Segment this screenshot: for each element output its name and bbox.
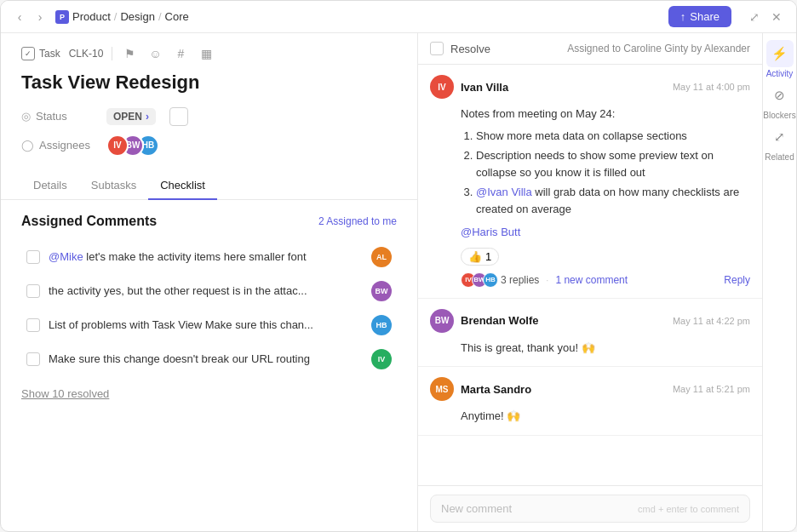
related-sidebar-icon[interactable]: ⤢ bbox=[766, 123, 794, 151]
right-sidebar: ⚡ Activity ⊘ Blockers ⤢ Related bbox=[762, 33, 796, 531]
reply-avatars: IV BW HB bbox=[461, 272, 494, 288]
comment-time: May 11 at 4:00 pm bbox=[673, 82, 750, 92]
comment-text: Anytime! 🙌 bbox=[461, 409, 520, 422]
image-icon[interactable]: ▦ bbox=[198, 45, 215, 62]
resolve-checkbox[interactable] bbox=[430, 42, 444, 55]
comment-body: This is great, thank you! 🙌 bbox=[461, 340, 750, 357]
comment-list: Show more meta data on collapse sections… bbox=[461, 128, 750, 218]
comment-header: IV Ivan Villa May 11 at 4:00 pm bbox=[430, 75, 750, 99]
resolve-label: Resolve bbox=[450, 43, 490, 55]
checklist-items: @Mike let's make the activity items here… bbox=[21, 241, 397, 375]
comment-placeholder: New comment bbox=[441, 502, 512, 515]
haris-mention: @Haris Butt bbox=[461, 226, 520, 238]
task-type-badge: ✓ Task bbox=[21, 47, 60, 60]
sidebar-related-group: ⤢ Related bbox=[765, 123, 794, 162]
nav-controls: ‹ › bbox=[11, 9, 49, 26]
task-header: ✓ Task CLK-10 ⚑ ☺ # ▦ Task View Redesign… bbox=[1, 33, 417, 165]
ivan-mention: @Ivan Villa bbox=[476, 186, 532, 198]
toolbar-separator bbox=[112, 47, 112, 60]
checklist-checkbox[interactable] bbox=[26, 318, 40, 332]
task-type-icon: ✓ bbox=[21, 47, 35, 60]
checklist-item[interactable]: List of problems with Task View Make sur… bbox=[21, 309, 397, 341]
list-item-3: @Ivan Villa will grab data on how many c… bbox=[476, 184, 750, 217]
back-button[interactable]: ‹ bbox=[11, 9, 28, 26]
comment-intro: Notes from meeting on May 24: bbox=[461, 106, 750, 123]
reaction-count: 1 bbox=[485, 250, 491, 263]
assigned-badge[interactable]: 2 Assigned to me bbox=[318, 215, 397, 227]
tab-checklist[interactable]: Checklist bbox=[148, 172, 217, 200]
flag-icon[interactable]: ⚑ bbox=[121, 45, 138, 62]
assignee-avatar-1: IV bbox=[106, 134, 129, 157]
breadcrumb-sep-2: / bbox=[158, 10, 162, 23]
window-controls: ⤢ ✕ bbox=[745, 8, 786, 26]
checklist-item[interactable]: @Mike let's make the activity items here… bbox=[21, 241, 397, 273]
resolve-assigned-text: Assigned to Caroline Ginty by Alexander bbox=[567, 43, 750, 54]
task-toolbar: ✓ Task CLK-10 ⚑ ☺ # ▦ bbox=[21, 45, 397, 62]
activity-sidebar-label: Activity bbox=[766, 69, 794, 78]
tab-subtasks[interactable]: Subtasks bbox=[79, 172, 148, 200]
checklist-item-text: List of problems with Task View Make sur… bbox=[49, 318, 363, 331]
commenter-avatar: IV bbox=[430, 75, 454, 99]
breadcrumb-product[interactable]: Product bbox=[72, 10, 111, 23]
assignees-icon: ◯ bbox=[21, 139, 34, 152]
share-button[interactable]: ↑ Share bbox=[668, 6, 731, 27]
comment-ivan: IV Ivan Villa May 11 at 4:00 pm Notes fr… bbox=[418, 65, 762, 299]
comment-author: Ivan Villa bbox=[461, 81, 508, 94]
left-panel: ✓ Task CLK-10 ⚑ ☺ # ▦ Task View Redesign… bbox=[1, 33, 418, 531]
checklist-checkbox[interactable] bbox=[26, 250, 40, 264]
close-button[interactable]: ✕ bbox=[767, 8, 786, 26]
breadcrumb: P Product / Design / Core bbox=[55, 10, 189, 24]
checklist-checkbox[interactable] bbox=[26, 284, 40, 298]
mention-1: @Mike bbox=[49, 250, 83, 263]
item-assignee-avatar: BW bbox=[371, 281, 392, 301]
task-tabs: Details Subtasks Checklist bbox=[1, 172, 417, 200]
checklist-item[interactable]: the activity yes, but the other request … bbox=[21, 275, 397, 307]
assignees-label: ◯ Assignees bbox=[21, 139, 98, 152]
status-icon: ◎ bbox=[21, 110, 31, 123]
list-item-2: Description needs to show some preview t… bbox=[476, 147, 750, 180]
titlebar: ‹ › P Product / Design / Core ↑ Share ⤢ … bbox=[1, 1, 796, 33]
commenter-avatar: MS bbox=[430, 377, 454, 401]
comment-brendan: BW Brendan Wolfe May 11 at 4:22 pm This … bbox=[418, 299, 762, 368]
breadcrumb-design[interactable]: Design bbox=[120, 10, 154, 23]
commenter-avatar: BW bbox=[430, 309, 454, 333]
activity-area: Resolve Assigned to Caroline Ginty by Al… bbox=[418, 33, 762, 485]
breadcrumb-core[interactable]: Core bbox=[165, 10, 189, 23]
forward-button[interactable]: › bbox=[32, 9, 49, 26]
status-label: ◎ Status bbox=[21, 110, 98, 123]
reply-avatar-3: HB bbox=[483, 272, 498, 288]
show-resolved-link[interactable]: Show 10 resolved bbox=[21, 387, 397, 400]
comment-time: May 11 at 5:21 pm bbox=[673, 384, 750, 394]
checklist-item-text: @Mike let's make the activity items here… bbox=[49, 250, 363, 263]
status-check-button[interactable] bbox=[169, 107, 188, 126]
status-row: ◎ Status OPEN › bbox=[21, 107, 397, 126]
item-assignee-avatar: AL bbox=[371, 247, 392, 267]
comment-header: BW Brendan Wolfe May 11 at 4:22 pm bbox=[430, 309, 750, 333]
checklist-content: Assigned Comments 2 Assigned to me @Mike… bbox=[1, 200, 417, 531]
tab-details[interactable]: Details bbox=[21, 172, 79, 200]
related-sidebar-label: Related bbox=[765, 152, 794, 162]
checklist-item-text: Make sure this change doesn't break our … bbox=[49, 352, 363, 365]
activity-sidebar-icon[interactable]: ⚡ bbox=[766, 40, 794, 67]
comment-body: Anytime! 🙌 bbox=[461, 408, 750, 425]
blockers-sidebar-icon[interactable]: ⊘ bbox=[765, 82, 793, 109]
checklist-item[interactable]: Make sure this change doesn't break our … bbox=[21, 343, 397, 375]
comment-footer: 👍 1 bbox=[461, 248, 750, 266]
comment-author: Brendan Wolfe bbox=[461, 314, 539, 327]
comment-body: Notes from meeting on May 24: Show more … bbox=[461, 106, 750, 241]
emoji-reaction-button[interactable]: 👍 1 bbox=[461, 248, 499, 266]
checklist-checkbox[interactable] bbox=[26, 352, 40, 366]
comment-text: This is great, thank you! 🙌 bbox=[461, 341, 595, 354]
task-type-label: Task bbox=[39, 48, 60, 60]
checklist-item-text: the activity yes, but the other request … bbox=[49, 284, 363, 297]
comment-input-row[interactable]: New comment cmd + enter to comment bbox=[430, 495, 750, 523]
link-icon[interactable]: # bbox=[172, 45, 189, 62]
main-content: ✓ Task CLK-10 ⚑ ☺ # ▦ Task View Redesign… bbox=[1, 33, 796, 531]
assignees-avatars[interactable]: IV BW HB bbox=[106, 134, 152, 157]
reply-button[interactable]: Reply bbox=[724, 274, 750, 286]
resize-button[interactable]: ⤢ bbox=[745, 8, 764, 26]
sidebar-blockers-group: ⊘ Blockers bbox=[763, 82, 795, 120]
resolve-bar: Resolve Assigned to Caroline Ginty by Al… bbox=[418, 33, 762, 65]
status-badge[interactable]: OPEN › bbox=[106, 108, 156, 125]
emoji-icon[interactable]: ☺ bbox=[146, 45, 163, 62]
